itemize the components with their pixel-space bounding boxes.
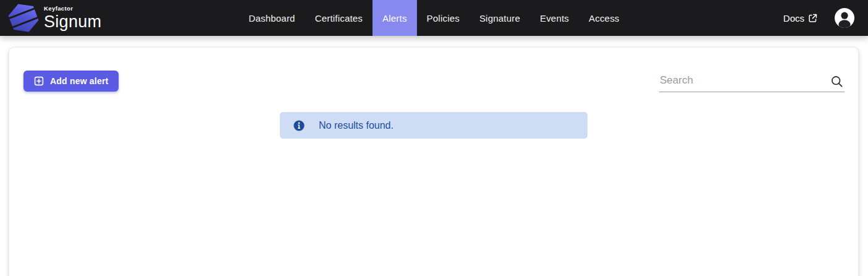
add-new-alert-label: Add new alert [50, 76, 108, 86]
nav-item-events[interactable]: Events [530, 0, 579, 36]
brand-company-name: Keyfactor [44, 6, 101, 12]
user-avatar-button[interactable] [834, 7, 855, 28]
no-results-alert: No results found. [280, 112, 588, 139]
nav-item-alerts[interactable]: Alerts [373, 0, 417, 36]
info-circle-icon [293, 120, 305, 131]
brand-product-name: Signum [44, 14, 101, 30]
top-navbar: Keyfactor Signum Dashboard Certificates … [0, 0, 868, 36]
navbar-right-section: Docs [783, 7, 868, 28]
search-field [659, 72, 845, 92]
search-input[interactable] [659, 72, 845, 92]
external-link-icon [808, 14, 817, 23]
magnifier-icon[interactable] [830, 75, 843, 88]
nav-item-policies[interactable]: Policies [417, 0, 470, 36]
keyfactor-hexagon-icon [7, 3, 40, 33]
account-circle-icon [834, 7, 855, 28]
no-results-message: No results found. [319, 120, 394, 131]
docs-link-label: Docs [783, 13, 804, 24]
docs-link[interactable]: Docs [783, 13, 817, 24]
main-navigation: Dashboard Certificates Alerts Policies S… [238, 0, 629, 36]
brand-logo[interactable]: Keyfactor Signum [0, 3, 101, 33]
nav-item-signature[interactable]: Signature [470, 0, 530, 36]
nav-item-access[interactable]: Access [579, 0, 630, 36]
plus-square-icon [34, 76, 44, 86]
alerts-panel: Add new alert No results found. [9, 47, 859, 276]
alerts-toolbar: Add new alert [9, 48, 858, 92]
nav-item-certificates[interactable]: Certificates [305, 0, 373, 36]
add-new-alert-button[interactable]: Add new alert [23, 71, 119, 92]
nav-item-dashboard[interactable]: Dashboard [238, 0, 305, 36]
